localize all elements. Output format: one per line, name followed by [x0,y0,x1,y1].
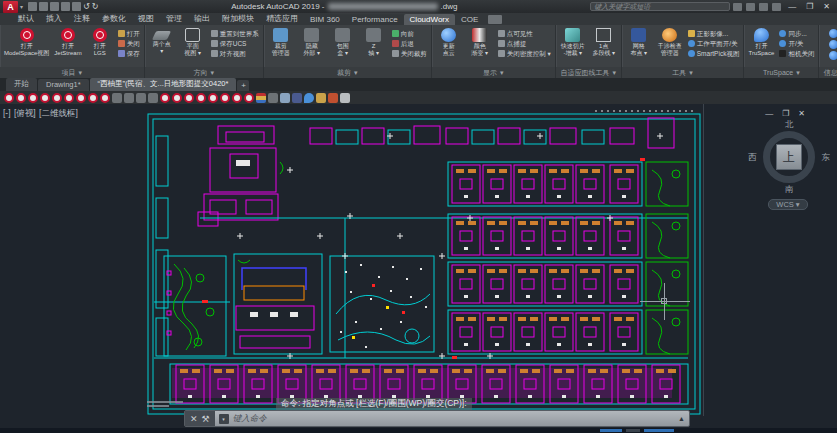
ribbon-button-后退[interactable]: 后退 [392,39,427,48]
app-store-icon[interactable] [759,3,768,11]
ribbon-tab-附加模块[interactable]: 附加模块 [216,12,260,25]
save-as-icon[interactable] [61,2,70,11]
command-close-icon[interactable]: ✕ [190,414,198,424]
new-drawing-tab-button[interactable]: + [237,80,249,91]
cloudworx-tool-icon[interactable] [4,93,14,103]
open-file-icon[interactable] [39,2,48,11]
ribbon-button-管理器[interactable]: 裁剪管理器 [266,27,296,57]
ribbon-button-盒 ▾[interactable]: 包围盒 ▾ [328,27,358,57]
flame-icon[interactable] [328,93,338,103]
ribbon-tab-Performance[interactable]: Performance [346,14,404,25]
ribbon-button-保存UCS[interactable]: 保存UCS [211,39,259,48]
signin-icon[interactable] [746,3,755,11]
ribbon-button-重置到世界系[interactable]: 重置到世界系 [211,29,259,38]
slice-icon[interactable] [112,93,122,103]
ribbon-panel-title-显示[interactable]: 显示▾ [432,67,555,78]
ribbon-panel-title-自适应图线工具[interactable]: 自适应图线工具▾ [556,67,621,78]
redo-icon[interactable]: ↻ [92,2,99,11]
new-file-icon[interactable] [28,2,37,11]
ribbon-button-关闭裁剪[interactable]: 关闭裁剪 [392,49,427,58]
ribbon-tab-精选应用[interactable]: 精选应用 [260,12,304,25]
view-cube-west-label[interactable]: 西 [748,152,757,164]
ribbon-media-tab-icon[interactable] [488,15,502,24]
viewport-view-control[interactable]: [俯视] [14,108,36,118]
ribbon-button-外部 ▾[interactable]: 隐藏外部 ▾ [297,27,327,57]
ribbon-button-向前[interactable]: 向前 [392,29,427,38]
cloudworx-tool-icon[interactable] [172,93,182,103]
file-tab-1[interactable]: Drawing1* [38,79,89,91]
ribbon-button-渐变 ▾[interactable]: 颜色渐变 ▾ [465,27,495,57]
ribbon-button-关闭密度控制 ▾[interactable]: 关闭密度控制 ▾ [498,49,551,58]
ribbon-panel-title-裁剪[interactable]: 裁剪▾ [264,67,431,78]
undo-icon[interactable]: ↺ [83,2,90,11]
recent-commands-icon[interactable]: ▾ [219,414,229,424]
command-input[interactable]: ▾ 键入命令 ▲ [215,411,689,426]
cloudworx-tool-icon[interactable] [220,93,230,103]
cloudworx-tool-icon[interactable] [88,93,98,103]
ribbon-button-布点 ▾[interactable]: 网格布点 ▾ [624,27,654,57]
command-expand-icon[interactable]: ▲ [678,415,685,422]
view-cube[interactable]: 上 北 南 西 东 [758,126,820,188]
ribbon-button-点可见性[interactable]: 点可见性 [498,29,551,38]
plot-icon[interactable] [72,2,81,11]
truview-icon[interactable] [829,29,837,38]
view-cube-east-label[interactable]: 东 [822,152,831,164]
about-icon[interactable] [829,40,837,49]
drawing-restore-icon[interactable]: ❐ [782,109,789,118]
ribbon-tab-默认[interactable]: 默认 [12,12,40,25]
doc-icon[interactable] [340,93,350,103]
ribbon-tab-参数化[interactable]: 参数化 [96,12,132,25]
ribbon-button-打开[interactable]: 打开 [118,29,140,38]
cloudworx-tool-icon[interactable] [196,93,206,103]
palette-icon[interactable] [256,93,266,103]
viewport-visual-style-control[interactable]: [二维线框] [39,108,78,118]
ribbon-button-工作平面开/关[interactable]: 工作平面开/关 [688,39,740,48]
cloudworx-tool-icon[interactable] [244,93,254,103]
app-menu-button[interactable]: A [3,1,18,13]
cloudworx-tool-icon[interactable] [232,93,242,103]
file-tab-start[interactable]: 开始 [6,78,37,91]
pencil-icon[interactable] [316,93,326,103]
ribbon-button-保存[interactable]: 保存 [118,49,140,58]
cloudworx-tool-icon[interactable] [208,93,218,103]
ribbon-button-管理器[interactable]: 干涉检查管理器 [655,27,685,57]
command-customize-icon[interactable]: ⚒ [202,414,210,424]
ribbon-button-LGS[interactable]: 打开LGS [85,27,115,57]
viewport-menu-control[interactable]: [-] [3,108,11,118]
ribbon-tab-COE[interactable]: COE [455,14,484,25]
ribbon-tab-插入[interactable]: 插入 [40,12,68,25]
view-cube-north-label[interactable]: 北 [758,119,820,131]
app-menu-chevron-icon[interactable]: ▾ [20,3,23,10]
ribbon-tab-BIM 360[interactable]: BIM 360 [304,14,346,25]
ribbon-panel-title-TruSpace[interactable]: TruSpace▾ [744,67,818,78]
close-button[interactable]: ✕ [819,2,834,11]
ribbon-tab-注释[interactable]: 注释 [68,12,96,25]
ribbon-tab-CloudWorx[interactable]: CloudWorx [404,14,455,25]
ribbon-button-开/关[interactable]: 开/关 [779,39,814,48]
ribbon-button-同步...[interactable]: 同步... [779,29,814,38]
cloudworx-tool-icon[interactable] [76,93,86,103]
ribbon-button-点捕捉[interactable]: 点捕捉 [498,39,551,48]
axis-icon[interactable] [124,93,134,103]
ribbon-button--增裁 ▾[interactable]: 快速切片-增裁 ▾ [558,27,588,57]
drawing-close-icon[interactable]: ✕ [798,109,805,118]
cloudworx-tool-icon[interactable] [28,93,38,103]
chip-icon[interactable] [148,93,158,103]
ribbon-tab-输出[interactable]: 输出 [188,12,216,25]
sync-icon[interactable] [268,93,278,103]
ribbon-button-相机关闭[interactable]: 相机关闭 [779,49,814,58]
help-icon[interactable] [772,3,781,11]
command-line-bar[interactable]: ✕ ⚒ ▾ 键入命令 ▲ [184,410,690,427]
restore-button[interactable]: ❐ [802,2,817,11]
wcs-menu-button[interactable]: WCS ▾ [768,199,808,210]
ribbon-panel-title-方向[interactable]: 方向▾ [145,67,263,78]
ribbon-button-ModelSpace视图[interactable]: 打开ModelSpace视图 [2,27,51,57]
cloudworx-tool-icon[interactable] [160,93,170,103]
ribbon-tab-视图[interactable]: 视图 [132,12,160,25]
ribbon-button-正影影像...[interactable]: 正影影像... [688,29,740,38]
file-tab-2[interactable]: “西柚里”(民宿、文...日地形图提交0420* [90,78,237,91]
ribbon-button-▾[interactable]: 两个点▾ [147,27,177,55]
ribbon-button-SmartPick视图[interactable]: SmartPick视图 [688,49,740,58]
model-space-canvas[interactable]: [-] [俯视] [二维线框] — ❐ ✕ [0,104,837,428]
box-icon[interactable] [136,93,146,103]
